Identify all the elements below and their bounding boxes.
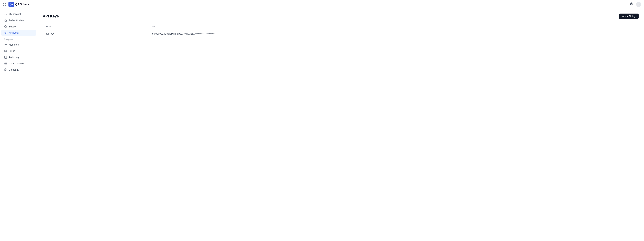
audit-log-icon: [4, 56, 7, 59]
svg-rect-6: [5, 20, 6, 22]
sidebar-label-company: Company: [9, 68, 19, 71]
support-icon: [4, 25, 7, 28]
table-cell-name: api_key: [43, 30, 148, 38]
column-name: Name: [43, 23, 148, 30]
grid-icon[interactable]: [3, 2, 6, 6]
sidebar-label-support: Support: [9, 25, 17, 28]
sidebar-label-members: Members: [9, 43, 19, 46]
table-row: api_keytst0000001.IC8YfcP4N_qpotuTvmVJE5…: [43, 30, 638, 38]
key-icon: [4, 31, 7, 34]
main-content: API Keys Add API Key Name Key api_keytst…: [37, 9, 644, 241]
sidebar-item-issue-trackers[interactable]: Issue Trackers: [1, 60, 36, 66]
sidebar-item-api-keys[interactable]: API Keys: [1, 30, 36, 36]
sidebar-item-members[interactable]: Members: [1, 42, 36, 48]
svg-text:$: $: [5, 50, 6, 52]
svg-point-22: [5, 62, 5, 63]
billing-icon: $: [4, 50, 7, 52]
content-header: API Keys Add API Key: [43, 14, 638, 19]
sidebar-item-billing[interactable]: $ Billing: [1, 48, 36, 54]
topnav-right: U: [629, 2, 641, 7]
sidebar-item-audit-log[interactable]: Audit Log: [1, 54, 36, 60]
topnav-left: QA Sphere: [3, 2, 29, 7]
svg-rect-1: [5, 3, 6, 4]
table-cell-key: tst0000001.IC8YfcP4N_qpotuTvmVJE51.*****…: [148, 30, 638, 38]
sidebar-item-support[interactable]: Support: [1, 24, 36, 30]
sidebar-item-company[interactable]: Company: [1, 67, 36, 73]
main-layout: My account Authentication Support: [0, 9, 644, 241]
issue-trackers-icon: [4, 62, 7, 65]
page-title: API Keys: [43, 14, 59, 18]
table-header-row: Name Key: [43, 23, 638, 30]
column-key: Key: [148, 23, 638, 30]
person-icon: [4, 12, 7, 16]
sidebar-item-my-account[interactable]: My account: [1, 11, 36, 17]
sidebar-label-api-keys: API Keys: [9, 32, 19, 34]
svg-rect-26: [5, 70, 6, 70]
svg-point-8: [5, 26, 6, 27]
svg-point-24: [5, 64, 5, 64]
sidebar-label-authentication: Authentication: [9, 19, 24, 22]
api-keys-table: Name Key api_keytst0000001.IC8YfcP4N_qpo…: [43, 23, 638, 38]
svg-rect-2: [3, 5, 4, 6]
sidebar-section-company: Company: [0, 36, 37, 42]
members-icon: [4, 43, 7, 46]
svg-point-15: [6, 44, 6, 45]
svg-point-5: [5, 13, 6, 14]
sidebar-label-billing: Billing: [9, 50, 15, 52]
company-icon: [4, 68, 7, 71]
sidebar-label-issue-trackers: Issue Trackers: [9, 62, 24, 65]
logo[interactable]: QA Sphere: [8, 2, 29, 7]
svg-point-14: [5, 44, 6, 45]
topnav: QA Sphere U: [0, 0, 644, 9]
svg-rect-3: [5, 5, 6, 6]
sidebar-label-audit-log: Audit Log: [9, 56, 19, 58]
settings-icon[interactable]: [629, 2, 634, 7]
logo-text: QA Sphere: [15, 3, 29, 6]
add-api-key-button[interactable]: Add API Key: [619, 14, 638, 19]
sidebar-item-authentication[interactable]: Authentication: [1, 17, 36, 23]
svg-rect-0: [3, 3, 4, 4]
sidebar: My account Authentication Support: [0, 9, 37, 241]
lock-icon: [4, 19, 7, 22]
user-avatar[interactable]: U: [636, 2, 641, 7]
svg-point-23: [5, 63, 5, 64]
svg-rect-25: [4, 69, 7, 71]
sidebar-label-my-account: My account: [9, 13, 21, 16]
